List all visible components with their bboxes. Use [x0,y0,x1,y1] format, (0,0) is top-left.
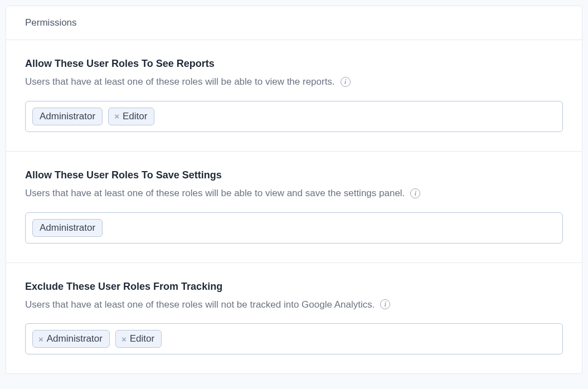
section-see-reports: Allow These User Roles To See Reports Us… [6,40,582,151]
section-desc-row: Users that have at least one of these ro… [25,298,563,312]
role-tag-label: Administrator [47,333,103,344]
section-title: Allow These User Roles To Save Settings [25,169,563,181]
section-save-settings: Allow These User Roles To Save Settings … [6,151,582,262]
section-desc-text: Users that have at least one of these ro… [25,75,335,89]
role-tag-administrator[interactable]: × Administrator [32,330,110,348]
section-title: Allow These User Roles To See Reports [25,58,563,70]
permissions-panel: Permissions Allow These User Roles To Se… [6,6,582,374]
section-desc-text: Users that have at least one of these ro… [25,298,375,312]
section-desc-text: Users that have at least one of these ro… [25,187,405,200]
panel-title: Permissions [6,6,582,40]
role-tag-administrator[interactable]: Administrator [32,219,103,237]
info-icon[interactable]: i [410,188,420,198]
role-tag-label: Editor [130,333,154,344]
role-tag-label: Administrator [40,222,95,234]
roles-input-save-settings[interactable]: Administrator [25,212,563,244]
section-title: Exclude These User Roles From Tracking [25,281,563,293]
section-desc-row: Users that have at least one of these ro… [25,187,563,200]
close-icon[interactable]: × [122,335,127,343]
roles-input-see-reports[interactable]: Administrator × Editor [25,101,563,132]
role-tag-administrator[interactable]: Administrator [32,108,103,125]
role-tag-editor[interactable]: × Editor [108,108,154,125]
section-exclude-tracking: Exclude These User Roles From Tracking U… [6,262,582,374]
section-desc-row: Users that have at least one of these ro… [25,75,563,89]
role-tag-label: Editor [123,111,147,122]
close-icon[interactable]: × [38,335,43,343]
role-tag-editor[interactable]: × Editor [115,330,162,348]
role-tag-label: Administrator [40,111,95,122]
info-icon[interactable]: i [341,77,351,87]
info-icon[interactable]: i [380,299,390,309]
close-icon[interactable]: × [114,112,119,120]
roles-input-exclude-tracking[interactable]: × Administrator × Editor [25,323,563,354]
